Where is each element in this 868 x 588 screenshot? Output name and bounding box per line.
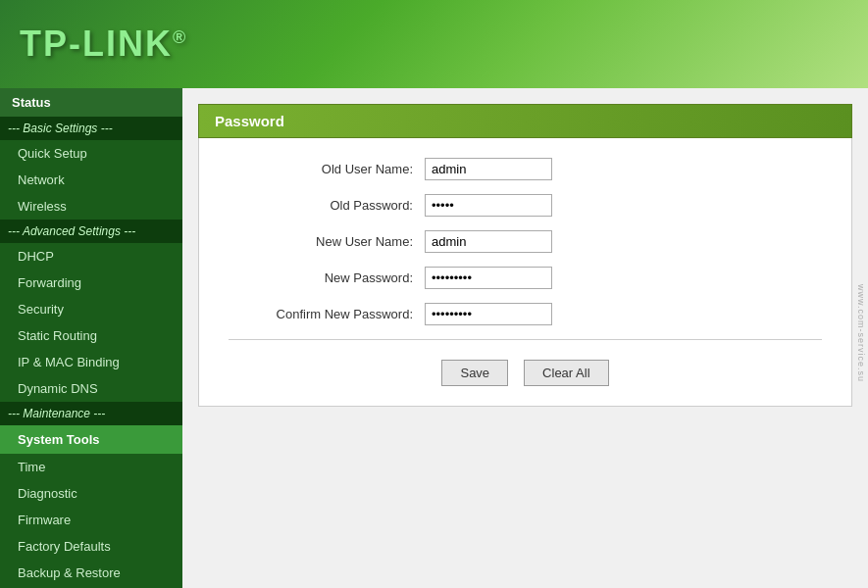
sidebar-item-maintenance-header: --- Maintenance --- (0, 402, 182, 425)
sidebar-item-firmware[interactable]: Firmware (0, 507, 182, 533)
sidebar-item-dynamic-dns[interactable]: Dynamic DNS (0, 375, 182, 402)
new-username-input[interactable] (425, 230, 552, 253)
watermark: www.com-service.su (856, 284, 866, 382)
confirm-password-label: Confirm New Password: (229, 307, 425, 321)
sidebar-item-static-routing[interactable]: Static Routing (0, 322, 182, 349)
logo: TP-LINK® (20, 24, 187, 65)
sidebar-item-advanced-settings-header: --- Advanced Settings --- (0, 220, 182, 243)
sidebar-item-security[interactable]: Security (0, 296, 182, 322)
sidebar-item-network[interactable]: Network (0, 167, 182, 193)
sidebar-item-ip-mac-binding[interactable]: IP & MAC Binding (0, 349, 182, 375)
main-layout: Status--- Basic Settings ---Quick SetupN… (0, 88, 868, 588)
sidebar-item-diagnostic[interactable]: Diagnostic (0, 480, 182, 507)
old-password-label: Old Password: (229, 198, 425, 213)
header: TP-LINK® (0, 0, 868, 88)
password-form: Old User Name: Old Password: New User Na… (198, 138, 852, 407)
sidebar-item-status[interactable]: Status (0, 88, 182, 117)
sidebar-item-wireless[interactable]: Wireless (0, 193, 182, 220)
sidebar: Status--- Basic Settings ---Quick SetupN… (0, 88, 182, 588)
old-username-input[interactable] (425, 158, 552, 180)
sidebar-item-factory-defaults[interactable]: Factory Defaults (0, 533, 182, 560)
logo-text: TP-LINK (20, 24, 173, 64)
confirm-password-row: Confirm New Password: (229, 303, 822, 325)
logo-registered: ® (173, 27, 187, 47)
old-username-row: Old User Name: (229, 158, 822, 180)
save-button[interactable]: Save (441, 360, 508, 386)
new-password-label: New Password: (229, 270, 425, 285)
content-area: Password Old User Name: Old Password: Ne… (182, 88, 868, 588)
new-username-row: New User Name: (229, 230, 822, 253)
clear-all-button[interactable]: Clear All (524, 360, 608, 386)
old-username-label: Old User Name: (229, 162, 425, 176)
section-title: Password (198, 104, 852, 138)
sidebar-item-backup-restore[interactable]: Backup & Restore (0, 560, 182, 586)
sidebar-item-dhcp[interactable]: DHCP (0, 243, 182, 270)
sidebar-item-time[interactable]: Time (0, 454, 182, 480)
new-password-input[interactable] (425, 267, 552, 289)
old-password-input[interactable] (425, 194, 552, 217)
sidebar-item-basic-settings-header: --- Basic Settings --- (0, 117, 182, 140)
old-password-row: Old Password: (229, 194, 822, 217)
form-divider (229, 339, 822, 340)
new-password-row: New Password: (229, 267, 822, 289)
new-username-label: New User Name: (229, 234, 425, 249)
sidebar-item-system-tools[interactable]: System Tools (0, 425, 182, 454)
sidebar-item-forwarding[interactable]: Forwarding (0, 270, 182, 296)
sidebar-item-quick-setup[interactable]: Quick Setup (0, 140, 182, 167)
button-row: Save Clear All (229, 360, 822, 386)
confirm-password-input[interactable] (425, 303, 552, 325)
